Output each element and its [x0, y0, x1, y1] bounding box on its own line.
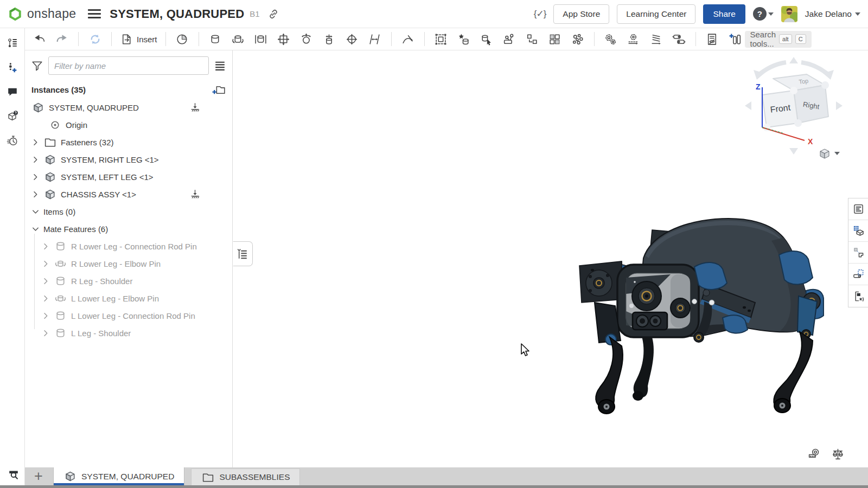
- tab-subassemblies[interactable]: SUBASSEMBLIES: [191, 468, 300, 485]
- mate-button[interactable]: [173, 30, 192, 48]
- filter-input[interactable]: [48, 56, 209, 75]
- mate-feature-row[interactable]: R Leg - Shoulder: [25, 272, 232, 290]
- learning-center-button[interactable]: Learning Center: [617, 4, 695, 24]
- chevron-right-icon: [42, 242, 50, 251]
- add-folder-icon[interactable]: [212, 83, 226, 97]
- exploded-view-button[interactable]: [568, 30, 588, 48]
- viewcube-top-label[interactable]: Top: [799, 78, 809, 85]
- comments-button[interactable]: [3, 82, 22, 101]
- share-link-icon[interactable]: [267, 8, 279, 20]
- feature-list-panel-button[interactable]: [848, 198, 868, 220]
- slider-mate-button[interactable]: [251, 30, 271, 48]
- help-icon: ?: [753, 7, 767, 21]
- viewcube-arrow-right-icon: [836, 101, 843, 110]
- revolute-mate-button[interactable]: [228, 30, 248, 48]
- tree-guide-line: [34, 234, 35, 329]
- gear-relation-button[interactable]: [601, 30, 621, 48]
- ball-mate-button[interactable]: [297, 30, 316, 48]
- document-version: B1: [250, 9, 259, 18]
- screw-relation-icon: [649, 33, 663, 46]
- planar-mate-button[interactable]: [274, 30, 293, 48]
- toolbar-items: Insert: [29, 30, 745, 48]
- replicate-button[interactable]: [522, 30, 542, 48]
- view-options-button[interactable]: [818, 147, 840, 160]
- tree-item-label: R Leg - Shoulder: [71, 277, 132, 286]
- tree-row[interactable]: Mate Features (6): [25, 220, 232, 237]
- quadruped-robot-model[interactable]: [564, 195, 825, 423]
- linear-pattern-icon: [548, 33, 561, 46]
- cylindrical-mate-button[interactable]: [320, 30, 339, 48]
- linear-relation-button[interactable]: [669, 30, 689, 48]
- collapse-panel-icon: [236, 247, 250, 261]
- configurations-panel-button[interactable]: [848, 285, 868, 307]
- mate-feature-row[interactable]: R Lower Leg - Connection Rod Pin: [25, 237, 232, 255]
- share-button[interactable]: Share: [703, 4, 745, 24]
- in-context-panel-button[interactable]: [848, 242, 868, 264]
- search-tools-button[interactable]: Search tools... alt C: [745, 31, 812, 48]
- tree-item-label: Mate Features (6): [43, 224, 108, 234]
- tree-row[interactable]: Fasteners (32): [25, 133, 232, 151]
- tangent-mate-button[interactable]: [398, 30, 418, 48]
- mate-feature-row[interactable]: R Lower Leg - Elbow Pin: [25, 255, 232, 272]
- tab-system-quadruped[interactable]: SYSTEM, QUADRUPED: [53, 467, 184, 485]
- mate-connector-button[interactable]: [454, 30, 474, 48]
- display-states-button[interactable]: [703, 30, 722, 48]
- tree-row[interactable]: SYSTEM, RIGHT LEG <1>: [25, 151, 232, 168]
- insert-tools-button[interactable]: [725, 30, 745, 48]
- axis-x-label: X: [808, 137, 813, 146]
- filter-icon[interactable]: [30, 59, 44, 73]
- 3d-viewport[interactable]: Top Front Right Z X: [233, 50, 868, 467]
- named-positions-panel-button[interactable]: [848, 264, 868, 285]
- learning-icon: [7, 110, 18, 123]
- tree-row[interactable]: SYSTEM, QUADRUPED: [25, 99, 232, 116]
- mate-feature-row[interactable]: L Lower Leg - Connection Rod Pin: [25, 307, 232, 324]
- toolbar-divider: [78, 32, 79, 46]
- user-menu[interactable]: Jake Delano: [805, 9, 860, 19]
- rack-and-pinion-relation-button[interactable]: [624, 30, 643, 48]
- appearance-panel-button[interactable]: [848, 220, 868, 242]
- linear-pattern-button[interactable]: [545, 30, 565, 48]
- app-store-button[interactable]: App Store: [553, 4, 609, 24]
- pin-slot-mate-button[interactable]: [342, 30, 362, 48]
- tree-row[interactable]: SYSTEM, LEFT LEG <1>: [25, 168, 232, 185]
- mate-feature-row[interactable]: L Leg - Shoulder: [25, 324, 232, 342]
- tree-row[interactable]: Origin: [25, 116, 232, 133]
- parallel-mate-icon: [368, 33, 381, 46]
- learning-button[interactable]: [3, 107, 22, 125]
- activity-history-button[interactable]: [3, 131, 22, 150]
- avatar[interactable]: [781, 6, 797, 22]
- named-positions-button[interactable]: [500, 30, 519, 48]
- axis-z-label: Z: [756, 82, 761, 91]
- redo-button[interactable]: [52, 30, 72, 48]
- parallel-mate-button[interactable]: [365, 30, 385, 48]
- tree-row[interactable]: CHASSIS ASSY <1>: [25, 185, 232, 203]
- tree-item-label: SYSTEM, QUADRUPED: [49, 103, 139, 112]
- insert-button[interactable]: Insert: [118, 30, 159, 48]
- group-button[interactable]: [431, 30, 451, 48]
- help-menu[interactable]: ?: [753, 7, 774, 21]
- origin-icon: [48, 118, 62, 132]
- onshape-logo[interactable]: onshape: [8, 7, 76, 22]
- mass-properties-button[interactable]: [831, 447, 845, 461]
- new-tab-button[interactable]: +: [29, 467, 48, 485]
- tree-row[interactable]: Items (0): [25, 203, 232, 220]
- right-panel-buttons: [848, 198, 868, 307]
- feature-script-icon[interactable]: {✓}: [534, 8, 546, 20]
- tree-item-label: SYSTEM, RIGHT LEG <1>: [61, 155, 159, 164]
- collapse-panel-button[interactable]: [233, 241, 253, 266]
- list-view-icon[interactable]: [213, 59, 227, 73]
- measure-button[interactable]: [807, 447, 821, 461]
- document-menu-icon[interactable]: [88, 9, 101, 18]
- chevron-down-icon: [855, 12, 860, 16]
- undo-button[interactable]: [29, 30, 49, 48]
- drag-button[interactable]: [477, 30, 496, 48]
- search-tabs-corner: [4, 465, 23, 483]
- update-linked-document-button[interactable]: [85, 30, 105, 48]
- mate-feature-row[interactable]: L Lower Leg - Elbow Pin: [25, 290, 232, 307]
- search-tabs-button[interactable]: [4, 465, 23, 483]
- versions-and-history-button[interactable]: [3, 34, 22, 52]
- fixed-instance-icon: [189, 102, 201, 113]
- fastened-mate-button[interactable]: [206, 30, 225, 48]
- follow-mode-button[interactable]: [3, 58, 22, 76]
- screw-relation-button[interactable]: [647, 30, 666, 48]
